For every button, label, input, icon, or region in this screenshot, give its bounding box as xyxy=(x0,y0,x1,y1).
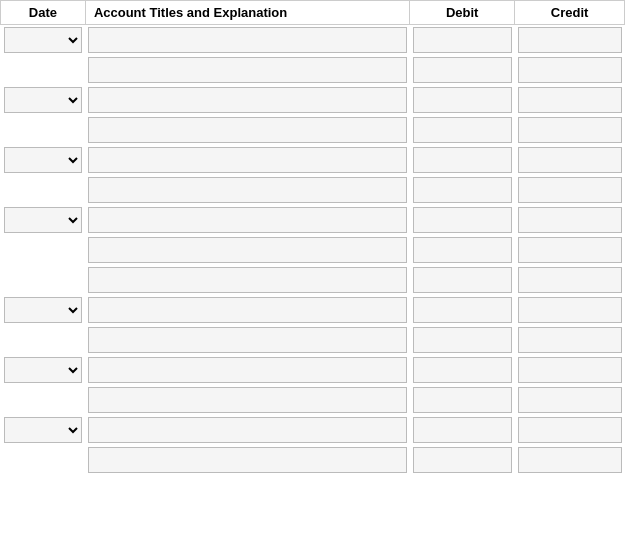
credit-input[interactable] xyxy=(518,177,622,203)
account-input[interactable] xyxy=(88,237,406,263)
debit-input[interactable] xyxy=(413,327,512,353)
debit-input[interactable] xyxy=(413,57,512,83)
table-row xyxy=(1,145,625,175)
account-input[interactable] xyxy=(88,57,406,83)
debit-input[interactable] xyxy=(413,147,512,173)
debit-input[interactable] xyxy=(413,267,512,293)
date-select[interactable] xyxy=(4,147,83,173)
account-input[interactable] xyxy=(88,27,406,53)
date-select[interactable] xyxy=(4,207,83,233)
account-input[interactable] xyxy=(88,327,406,353)
journal-entry-table: Date Account Titles and Explanation Debi… xyxy=(0,0,625,475)
credit-input[interactable] xyxy=(518,237,622,263)
account-input[interactable] xyxy=(88,387,406,413)
date-header: Date xyxy=(1,1,86,25)
debit-header: Debit xyxy=(410,1,515,25)
table-row xyxy=(1,445,625,475)
table-row xyxy=(1,325,625,355)
table-row xyxy=(1,115,625,145)
table-row xyxy=(1,265,625,295)
debit-input[interactable] xyxy=(413,177,512,203)
credit-input[interactable] xyxy=(518,27,622,53)
debit-input[interactable] xyxy=(413,207,512,233)
debit-input[interactable] xyxy=(413,27,512,53)
debit-input[interactable] xyxy=(413,447,512,473)
account-header: Account Titles and Explanation xyxy=(85,1,409,25)
account-input[interactable] xyxy=(88,357,406,383)
credit-input[interactable] xyxy=(518,267,622,293)
account-input[interactable] xyxy=(88,207,406,233)
credit-input[interactable] xyxy=(518,297,622,323)
account-input[interactable] xyxy=(88,117,406,143)
credit-input[interactable] xyxy=(518,327,622,353)
debit-input[interactable] xyxy=(413,387,512,413)
account-input[interactable] xyxy=(88,87,406,113)
credit-input[interactable] xyxy=(518,57,622,83)
table-row xyxy=(1,85,625,115)
date-select[interactable] xyxy=(4,27,83,53)
credit-input[interactable] xyxy=(518,417,622,443)
date-select[interactable] xyxy=(4,297,83,323)
credit-input[interactable] xyxy=(518,117,622,143)
account-input[interactable] xyxy=(88,447,406,473)
debit-input[interactable] xyxy=(413,87,512,113)
table-row xyxy=(1,205,625,235)
date-select[interactable] xyxy=(4,87,83,113)
account-input[interactable] xyxy=(88,297,406,323)
debit-input[interactable] xyxy=(413,417,512,443)
table-row xyxy=(1,415,625,445)
table-row xyxy=(1,25,625,56)
credit-input[interactable] xyxy=(518,87,622,113)
table-row xyxy=(1,385,625,415)
credit-input[interactable] xyxy=(518,357,622,383)
account-input[interactable] xyxy=(88,417,406,443)
debit-input[interactable] xyxy=(413,237,512,263)
credit-input[interactable] xyxy=(518,147,622,173)
table-row xyxy=(1,355,625,385)
debit-input[interactable] xyxy=(413,117,512,143)
credit-input[interactable] xyxy=(518,207,622,233)
credit-header: Credit xyxy=(515,1,625,25)
account-input[interactable] xyxy=(88,267,406,293)
date-select[interactable] xyxy=(4,417,83,443)
debit-input[interactable] xyxy=(413,297,512,323)
credit-input[interactable] xyxy=(518,447,622,473)
account-input[interactable] xyxy=(88,177,406,203)
table-row xyxy=(1,295,625,325)
account-input[interactable] xyxy=(88,147,406,173)
table-row xyxy=(1,55,625,85)
table-row xyxy=(1,235,625,265)
credit-input[interactable] xyxy=(518,387,622,413)
table-row xyxy=(1,175,625,205)
debit-input[interactable] xyxy=(413,357,512,383)
date-select[interactable] xyxy=(4,357,83,383)
